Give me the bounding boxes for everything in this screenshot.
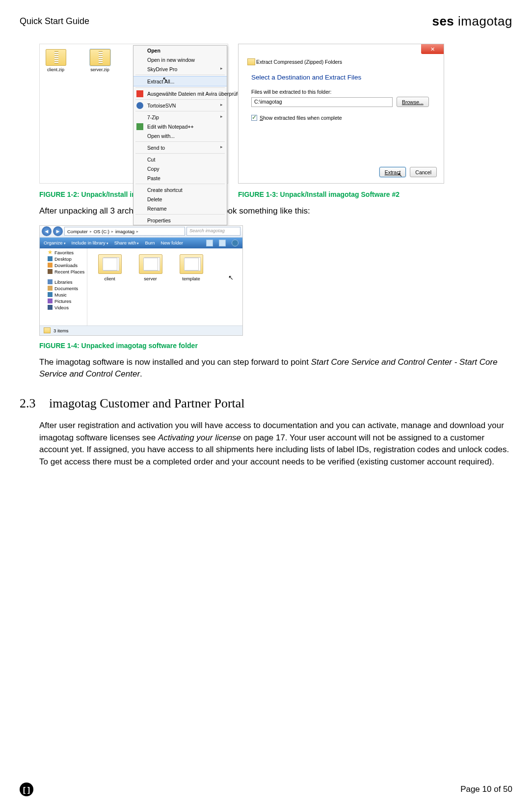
sidebar-desktop[interactable]: Desktop [40, 256, 87, 262]
menu-avira[interactable]: Ausgewählte Dateien mit Avira überprüfen [133, 89, 227, 98]
menu-copy[interactable]: Copy [133, 164, 227, 173]
search-input[interactable]: Search imagotag [186, 227, 240, 236]
cursor-icon: ↖ [228, 274, 234, 281]
menu-separator [135, 141, 225, 142]
zip-label: server.zip [90, 67, 109, 72]
sidebar-libraries[interactable]: Libraries [40, 279, 87, 285]
folder-client[interactable]: client [96, 254, 123, 281]
paragraph-after-unpack: After unpacking all 3 archives, your fol… [39, 205, 510, 217]
browse-button[interactable]: Browse... [397, 97, 429, 107]
crumb-computer[interactable]: Computer [67, 229, 88, 234]
preview-icon[interactable] [219, 240, 226, 246]
folder-label: client [104, 276, 115, 281]
menu-7zip[interactable]: 7-Zip [133, 112, 227, 122]
view-icon[interactable] [206, 240, 213, 246]
zip-file-client: client.zip [45, 49, 67, 72]
paragraph-portal: After user registration and activation y… [39, 420, 510, 468]
toolbar-include[interactable]: Include in library [72, 240, 108, 245]
cursor-icon: ↖ [162, 76, 168, 83]
menu-properties[interactable]: Properties [133, 216, 227, 225]
menu-tortoise[interactable]: TortoiseSVN [133, 101, 227, 110]
explorer-sidebar: Favorites Desktop Downloads Recent Place… [40, 248, 87, 326]
context-menu: Open Open in new window SkyDrive Pro Ext… [133, 45, 227, 225]
menu-delete[interactable]: Delete [133, 194, 227, 204]
checkbox-icon[interactable] [251, 115, 257, 121]
sidebar-favorites[interactable]: Favorites [40, 249, 87, 256]
explorer-toolbar: Organize Include in library Share with B… [40, 238, 242, 248]
caption-row-1: FIGURE 1-2: Unpack/Install imagotag Soft… [39, 190, 512, 198]
zip-file-server: server.zip [89, 49, 111, 72]
folder-template[interactable]: template [178, 254, 205, 281]
nav-forward-button[interactable]: ► [53, 226, 63, 236]
para-italic: Activating your license [158, 433, 241, 442]
chevron-right-icon: ▸ [90, 229, 92, 234]
sidebar-music[interactable]: Music [40, 292, 87, 298]
explorer-body: Favorites Desktop Downloads Recent Place… [40, 248, 242, 326]
path-label: Files will be extracted to this folder: [251, 89, 444, 95]
para-text: . [140, 369, 142, 378]
toolbar-organize[interactable]: Organize [44, 240, 66, 245]
menu-shortcut[interactable]: Create shortcut [133, 185, 227, 194]
status-bar: 3 items [40, 325, 242, 335]
browse-label: Browse... [402, 99, 424, 105]
logo-bold: ses [432, 14, 454, 28]
menu-notepad[interactable]: Edit with Notepad++ [133, 122, 227, 131]
footer-glyph: [ ] [20, 783, 33, 796]
chevron-right-icon: ▸ [136, 229, 138, 234]
menu-separator [135, 99, 225, 100]
menu-open-with[interactable]: Open with... [133, 131, 227, 140]
menu-open-new-window[interactable]: Open in new window [133, 55, 227, 64]
figure-1-3: ✕ Extract Compressed (Zipped) Folders Se… [238, 44, 444, 184]
sidebar-downloads[interactable]: Downloads [40, 262, 87, 269]
zip-icon [46, 49, 66, 66]
menu-open[interactable]: Open [133, 46, 227, 55]
tortoise-icon [136, 102, 143, 109]
menu-separator [135, 111, 225, 111]
toolbar-burn[interactable]: Burn [145, 240, 155, 245]
sidebar-videos[interactable]: Videos [40, 304, 87, 311]
explorer-address-bar: ◄ ► Computer▸ OS (C:)▸ imagotag▸ Search … [40, 226, 242, 238]
paragraph-installed: The imagotag software is now installed a… [39, 356, 510, 380]
section-title: imagotag Customer and Partner Portal [49, 396, 245, 411]
cancel-button[interactable]: Cancel [410, 167, 437, 177]
figure-caption-1-4: FIGURE 1-4: Unpacked imagotag software f… [39, 342, 512, 350]
menu-extract-all[interactable]: Extract All... [133, 76, 227, 86]
figure-row-1: client.zip server.zip Open Open in new w… [39, 44, 512, 184]
logo-light: imagotag [454, 14, 512, 28]
folder-icon [98, 254, 122, 274]
menu-rename[interactable]: Rename [133, 204, 227, 213]
menu-cut[interactable]: Cut [133, 155, 227, 164]
menu-label: TortoiseSVN [147, 103, 176, 108]
nav-back-button[interactable]: ◄ [42, 226, 52, 236]
crumb-folder[interactable]: imagotag [115, 229, 134, 234]
help-icon[interactable] [232, 240, 239, 246]
notepad-icon [136, 123, 143, 130]
folder-label: server [144, 276, 157, 281]
header-title: Quick Start Guide [20, 16, 89, 27]
figure-caption-1-3: FIGURE 1-3: Unpack/Install imagotag Soft… [238, 190, 444, 198]
toolbar-new-folder[interactable]: New folder [161, 240, 183, 245]
folder-server[interactable]: server [137, 254, 164, 281]
close-button[interactable]: ✕ [421, 44, 444, 54]
page-number: Page 10 of 50 [460, 784, 512, 794]
breadcrumb-bar[interactable]: Computer▸ OS (C:)▸ imagotag▸ [64, 227, 185, 236]
chevron-right-icon: ▸ [111, 229, 113, 234]
menu-separator [135, 214, 225, 215]
zip-label: client.zip [47, 67, 64, 72]
sidebar-recent[interactable]: Recent Places [40, 269, 87, 275]
chk-rest: how extracted files when complete [263, 115, 342, 121]
show-files-checkbox-row[interactable]: Show extracted files when complete [251, 115, 444, 121]
folder-pane: client server template ↖ [87, 248, 242, 326]
status-text: 3 items [53, 328, 69, 333]
sidebar-documents[interactable]: Documents [40, 285, 87, 292]
crumb-drive[interactable]: OS (C:) [94, 229, 109, 234]
path-input[interactable]: C:\imagotag [251, 97, 393, 107]
sidebar-pictures[interactable]: Pictures [40, 298, 87, 304]
toolbar-share[interactable]: Share with [114, 240, 139, 245]
menu-send-to[interactable]: Send to [133, 143, 227, 152]
menu-separator [135, 75, 225, 75]
menu-paste[interactable]: Paste [133, 173, 227, 183]
menu-skydrive[interactable]: SkyDrive Pro [133, 64, 227, 74]
wizard-buttons: Extract Cancel [379, 167, 437, 177]
zip-icon [90, 49, 110, 66]
